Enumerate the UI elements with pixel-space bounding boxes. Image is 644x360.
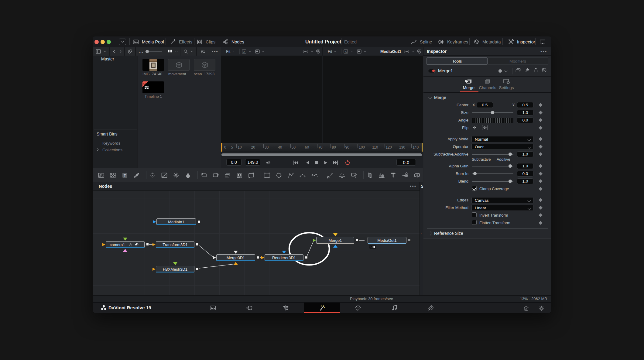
bin-nav-buttons[interactable] (110, 47, 124, 56)
node-bottom-port[interactable] (123, 249, 127, 252)
forward-arrow-icon[interactable] (118, 50, 122, 53)
media-pool-clip[interactable]: movement... (168, 59, 190, 76)
node-top-port[interactable] (333, 233, 337, 236)
right-viewer-layer-button[interactable] (357, 49, 362, 54)
tool-t-ellipse-button[interactable] (275, 171, 283, 180)
node-MediaIn1[interactable]: MediaIn1 (156, 218, 196, 225)
node-color-swatch[interactable] (498, 69, 502, 73)
left-viewer-color-controls-button[interactable] (316, 49, 321, 54)
keyframe-diamond-icon[interactable] (539, 152, 543, 156)
node-color-chevron-icon[interactable] (505, 70, 507, 72)
node-bottom-port[interactable] (333, 245, 337, 248)
keyframe-diamond-icon[interactable] (539, 111, 543, 115)
node-output-port[interactable] (197, 220, 200, 223)
viewer-scrollbar[interactable] (221, 152, 423, 157)
mute-audio-button[interactable] (264, 159, 272, 166)
chevron-down-icon[interactable] (311, 50, 313, 53)
node-top-port[interactable] (123, 238, 127, 241)
tool-t-grade-button[interactable] (160, 171, 169, 180)
viewer-scrollbar-thumb[interactable] (221, 153, 422, 156)
range-out-field[interactable]: 149.0 (245, 159, 260, 166)
titlebar-clips-button[interactable]: Clips (196, 36, 215, 47)
node-Renderer3D1[interactable]: Renderer3D1 (265, 254, 303, 261)
right-viewer-color-controls-button[interactable] (417, 49, 422, 54)
keyframe-diamond-icon[interactable] (539, 126, 543, 130)
merge-section-header[interactable]: Merge (429, 95, 446, 100)
keyframe-diamond-icon[interactable] (539, 164, 543, 168)
page-tab-edit[interactable] (277, 303, 294, 313)
node-top-port[interactable] (173, 262, 177, 265)
tool-t-bright-button[interactable] (172, 171, 180, 180)
node-output-port[interactable] (356, 239, 358, 242)
node-output-port[interactable] (305, 256, 308, 259)
range-end-marker[interactable] (422, 143, 423, 152)
node-Transform3D1[interactable]: Transform3D1 (156, 241, 194, 248)
left-viewer-roi-button[interactable] (303, 49, 308, 54)
node-output-port[interactable] (196, 243, 199, 246)
copy-settings-icon[interactable] (515, 67, 521, 73)
node-output-port[interactable] (196, 268, 199, 270)
node-input-port[interactable] (152, 268, 156, 271)
keyframe-diamond-icon[interactable] (539, 179, 543, 183)
titlebar-keyframes-button[interactable]: Keyframes (438, 36, 468, 47)
relink-media-button[interactable] (125, 47, 135, 56)
tool-t-curves-button[interactable] (310, 171, 319, 180)
chevron-down-icon[interactable] (412, 50, 415, 53)
left-viewer[interactable] (221, 56, 322, 143)
dual-screen-button[interactable] (539, 36, 546, 47)
sort-order-button[interactable] (197, 47, 209, 56)
right-viewer-fit-select[interactable]: Fit (328, 49, 332, 54)
tool-t-bg-button[interactable] (97, 171, 105, 180)
inspector-options-button[interactable]: ••• (540, 49, 547, 54)
play-reverse-button[interactable] (303, 159, 311, 166)
bin-item-keywords[interactable]: Keywords (102, 141, 120, 146)
reference-size-section-header[interactable]: Reference Size (429, 231, 463, 236)
param-slider[interactable] (472, 110, 513, 115)
keyframe-diamond-icon[interactable] (539, 103, 543, 107)
node-input-port[interactable] (153, 220, 156, 223)
node-output-port[interactable] (408, 239, 411, 242)
zoom-window-button[interactable] (107, 40, 111, 44)
tool-t-resize-button[interactable] (247, 171, 255, 180)
collapsed-spline-panel[interactable]: S › (420, 182, 423, 295)
chevron-down-icon[interactable] (350, 50, 353, 53)
keyframe-diamond-icon[interactable] (539, 137, 543, 141)
chevron-down-icon[interactable] (232, 50, 235, 53)
param-checkbox[interactable] (472, 220, 477, 225)
thumbnail-size-control[interactable]: ... (136, 47, 165, 56)
tool-t-paint-button[interactable] (132, 171, 141, 180)
param-value-field[interactable]: 1.0 (517, 178, 533, 184)
media-search-button[interactable] (180, 47, 196, 56)
tool-t-cam3d-button[interactable] (413, 171, 421, 180)
tool-t-pmove-button[interactable] (338, 171, 346, 180)
tool-t-blur-button[interactable] (184, 171, 192, 180)
page-tab-cut[interactable] (241, 303, 257, 313)
go-to-end-button[interactable] (331, 159, 339, 166)
param-slider[interactable] (472, 178, 513, 184)
titlebar-effects-button[interactable]: Effects (170, 36, 192, 47)
slider-handle[interactable] (146, 50, 149, 53)
param-value-field[interactable]: 1.0 (517, 110, 533, 115)
page-tab-media[interactable] (204, 303, 221, 313)
node-input-port[interactable] (102, 243, 105, 246)
keyframe-diamond-icon[interactable] (539, 198, 543, 202)
page-tab-fusion[interactable] (304, 303, 340, 313)
flip-horizontal-button[interactable] (472, 125, 477, 130)
window-layout-menu-button[interactable] (119, 39, 126, 45)
param-slider[interactable] (472, 163, 513, 169)
param-dropdown[interactable]: Over (471, 144, 533, 150)
play-button[interactable] (322, 159, 330, 166)
chevron-down-icon[interactable] (248, 50, 251, 53)
keyframe-diamond-icon[interactable] (539, 118, 543, 122)
left-viewer-layer-button[interactable] (255, 49, 260, 54)
node-top-port[interactable] (234, 251, 238, 254)
page-tab-color[interactable] (350, 303, 366, 313)
tool-t-camera-button[interactable] (235, 171, 244, 180)
node-Merge3D1[interactable]: Merge3D1 (216, 254, 255, 261)
go-to-start-button[interactable] (292, 159, 300, 166)
titlebar-media-pool-button[interactable]: Media Pool (132, 36, 164, 47)
tool-t-loop-l-button[interactable] (200, 171, 208, 180)
node-output-port[interactable] (146, 243, 149, 246)
tool-t-bspline-button[interactable] (298, 171, 307, 180)
thumbnail-size-slider[interactable] (146, 51, 162, 52)
